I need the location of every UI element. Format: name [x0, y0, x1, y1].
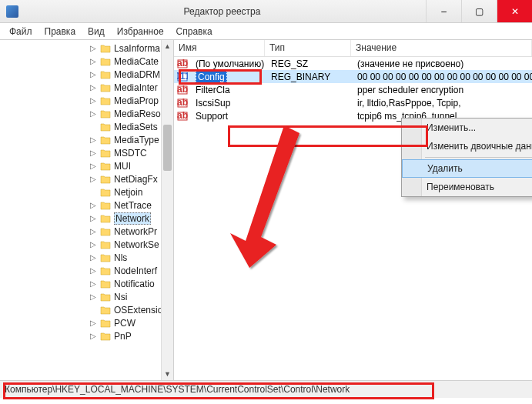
tree-item[interactable]: ▷NetworkPr [0, 225, 173, 238]
cell-value: 00 00 00 00 00 00 00 00 00 00 00 00 00 0… [353, 72, 532, 82]
svg-text:ab: ab [177, 85, 188, 95]
menu-view[interactable]: Вид [82, 25, 111, 38]
tree-item[interactable]: Netjoin [0, 185, 173, 199]
expand-icon[interactable]: ▷ [89, 136, 96, 143]
folder-icon [100, 292, 111, 302]
tree-item[interactable]: ▷MediaReso [0, 107, 173, 120]
context-menu: Изменить...Изменить двоичные данные...Уд… [401, 118, 532, 197]
expand-icon[interactable] [89, 189, 96, 195]
tree-item-label: NetDiagFx [114, 174, 158, 185]
header-value[interactable]: Значение [351, 40, 532, 56]
menu-help[interactable]: Справка [170, 25, 219, 38]
tree-item-label: NetTrace [114, 200, 152, 211]
menu-favorites[interactable]: Избранное [111, 25, 170, 38]
expand-icon[interactable]: ▷ [89, 202, 96, 209]
menubar: Файл Правка Вид Избранное Справка [0, 23, 532, 40]
tree-item[interactable]: ▷MUI [0, 159, 173, 172]
tree-item[interactable]: ▷MediaInter [0, 81, 173, 94]
expand-icon[interactable]: ▷ [89, 228, 96, 235]
header-type[interactable]: Тип [265, 40, 351, 56]
tree-item-label: Notificatio [114, 279, 155, 289]
tree-item[interactable]: ▷NetDiagFx [0, 172, 173, 185]
tree-item[interactable]: ▷NetworkSe [0, 238, 173, 251]
tree-item[interactable]: ▷PCW [0, 316, 173, 329]
expand-icon[interactable]: ▷ [89, 215, 96, 222]
expand-icon[interactable] [89, 306, 96, 313]
list-row[interactable]: ab(По умолчанию)REG_SZ(значение не присв… [174, 57, 532, 70]
tree-item[interactable]: ▷MediaDRM [0, 68, 173, 81]
context-item[interactable]: Изменить двоичные данные... [402, 137, 532, 155]
tree-item-label: MSDTC [114, 148, 147, 159]
tree-item-label: PCW [114, 318, 136, 329]
menu-edit[interactable]: Правка [38, 25, 82, 38]
expand-icon[interactable]: ▷ [89, 332, 96, 339]
binary-icon: 011 [177, 72, 188, 82]
context-item[interactable]: Переименовать [402, 178, 532, 196]
header-name[interactable]: Имя [174, 40, 265, 56]
tree-scrollbar[interactable]: ▲ ▼ [161, 40, 173, 380]
menu-file[interactable]: Файл [3, 25, 38, 38]
expand-icon[interactable]: ▷ [89, 84, 96, 91]
expand-icon[interactable]: ▷ [89, 58, 96, 65]
expand-icon[interactable]: ▷ [89, 254, 96, 261]
close-button[interactable]: ✕ [497, 0, 532, 22]
expand-icon[interactable]: ▷ [89, 71, 96, 78]
tree-item[interactable]: ▷Nsi [0, 290, 173, 303]
folder-icon [100, 214, 111, 223]
folder-icon [100, 135, 111, 145]
tree-item-label: MediaProp [114, 95, 159, 106]
expand-icon[interactable]: ▷ [89, 319, 96, 326]
expand-icon[interactable]: ▷ [89, 280, 96, 287]
expand-icon[interactable]: ▷ [89, 97, 96, 104]
status-path: Компьютер\HKEY_LOCAL_MACHINE\SYSTEM\Curr… [5, 384, 350, 395]
tree-item[interactable]: ▷PnP [0, 329, 173, 342]
scroll-thumb[interactable] [163, 125, 172, 171]
app-icon [6, 5, 18, 18]
tree-item[interactable]: ▷MediaProp [0, 94, 173, 107]
folder-icon [100, 188, 111, 197]
tree-item[interactable]: MediaSets [0, 120, 173, 133]
minimize-button[interactable]: – [426, 0, 461, 22]
statusbar: Компьютер\HKEY_LOCAL_MACHINE\SYSTEM\Curr… [0, 381, 532, 398]
expand-icon[interactable]: ▷ [89, 241, 96, 248]
tree-item[interactable]: ▷MediaCate [0, 55, 173, 68]
expand-icon[interactable]: ▷ [89, 175, 96, 182]
tree-item[interactable]: OSExtensio [0, 303, 173, 316]
scroll-down-icon[interactable]: ▼ [162, 368, 173, 380]
tree-item-label: Nsi [114, 292, 127, 302]
cell-name: Support [191, 111, 266, 122]
tree-item[interactable]: ▷Network [0, 212, 173, 225]
tree-item[interactable]: ▷MediaType [0, 133, 173, 146]
expand-icon[interactable]: ▷ [89, 267, 96, 274]
tree-item[interactable]: ▷Nls [0, 251, 173, 264]
expand-icon[interactable]: ▷ [89, 149, 96, 156]
tree-item[interactable]: ▷LsaInforma [0, 42, 173, 55]
folder-icon [100, 266, 111, 275]
tree-item-label: NetworkPr [114, 226, 157, 237]
svg-text:011: 011 [177, 72, 188, 82]
context-item[interactable]: Изменить... [402, 119, 532, 137]
tree-item[interactable]: ▷NodeInterf [0, 264, 173, 277]
string-icon: ab [177, 58, 188, 69]
expand-icon[interactable]: ▷ [89, 110, 96, 117]
expand-icon[interactable]: ▷ [89, 45, 96, 52]
tree-item-label: LsaInforma [114, 43, 160, 54]
list-row[interactable]: abIscsiSupir, lltdio,RasPppoe, Tcpip, [174, 96, 532, 109]
folder-icon [100, 57, 111, 66]
tree-item-label: MediaType [114, 135, 159, 145]
list-row[interactable]: abFilterClapper scheduler encryption [174, 83, 532, 96]
context-item[interactable]: Удалить [402, 159, 532, 178]
expand-icon[interactable]: ▷ [89, 293, 96, 300]
scroll-up-icon[interactable]: ▲ [162, 40, 173, 52]
folder-icon [100, 201, 111, 210]
list-row[interactable]: 011ConfigREG_BINARY00 00 00 00 00 00 00 … [174, 70, 532, 83]
expand-icon[interactable]: ▷ [89, 162, 96, 169]
svg-text:ab: ab [177, 58, 188, 68]
tree-item[interactable]: ▷NetTrace [0, 199, 173, 212]
tree-item[interactable]: ▷MSDTC [0, 146, 173, 159]
tree-item[interactable]: ▷Notificatio [0, 277, 173, 290]
folder-icon [100, 227, 111, 236]
expand-icon[interactable] [89, 123, 96, 130]
svg-text:ab: ab [177, 111, 188, 121]
maximize-button[interactable]: ▢ [461, 0, 497, 22]
